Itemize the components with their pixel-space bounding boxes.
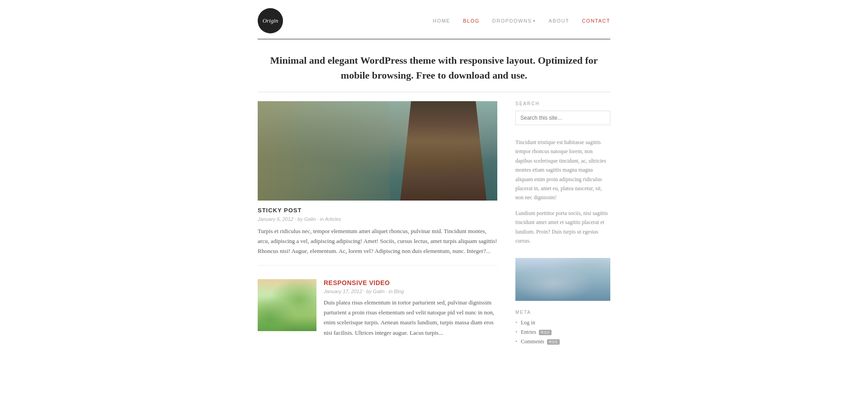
sidebar-meta-section: META Log in Entries RSS Comments RSS (515, 310, 610, 345)
post-sticky: STICKY POST January 6, 2012 · by Galin ·… (258, 207, 497, 266)
nav-item-dropdowns-label: DROPDOWNS (492, 18, 532, 23)
post-responsive-video: RESPONSIVE VIDEO January 17, 2012 · by G… (258, 279, 497, 337)
search-input[interactable] (515, 111, 610, 125)
post-meta-sticky: January 6, 2012 · by Galin · in Articles (258, 216, 497, 222)
rss-badge-comments: RSS (547, 339, 560, 345)
post-meta-responsive-video: January 17, 2012 · by Galin · in Blog (324, 289, 497, 294)
login-link[interactable]: Log in (521, 319, 535, 326)
sidebar: SEARCH Tincidunt tristique est habitasse… (515, 101, 610, 358)
posts-column: STICKY POST January 6, 2012 · by Galin ·… (258, 101, 497, 358)
post-title-responsive-video[interactable]: RESPONSIVE VIDEO (324, 279, 497, 286)
nav-item-blog[interactable]: BLOG (463, 18, 480, 23)
sidebar-text-1: Tincidunt tristique est habitasse sagitt… (515, 138, 610, 202)
chevron-down-icon: ▾ (533, 19, 536, 23)
entries-rss-link[interactable]: Entries RSS (521, 329, 552, 335)
meta-item-entries-rss: Entries RSS (515, 329, 610, 336)
post-content-right: RESPONSIVE VIDEO January 17, 2012 · by G… (324, 279, 497, 337)
featured-image (258, 101, 497, 201)
post-excerpt-sticky: Turpis et ridiculus nec, tempor elementu… (258, 226, 497, 256)
nav-item-home[interactable]: HOME (433, 18, 450, 23)
sidebar-image (515, 258, 610, 301)
header-divider (258, 39, 610, 39)
nav-item-dropdowns[interactable]: DROPDOWNS ▾ (492, 18, 536, 23)
figure-decoration (390, 101, 498, 201)
post-excerpt-responsive-video: Duis platea risus elementum in tortor pa… (324, 298, 497, 337)
nav-item-contact[interactable]: CONTACT (582, 18, 610, 23)
hero-section: Minimal and elegant WordPress theme with… (258, 53, 610, 83)
post-thumbnail (258, 279, 316, 331)
sidebar-text-2: Lundium porttitor porta sociis, nisi sag… (515, 209, 610, 246)
meta-item-comments-rss: Comments RSS (515, 338, 610, 345)
meta-item-login: Log in (515, 319, 610, 326)
reeds-decoration (258, 101, 390, 201)
rss-badge-entries: RSS (539, 330, 552, 335)
post-thumbnail-inner (258, 279, 316, 331)
hero-text: Minimal and elegant WordPress theme with… (258, 53, 610, 83)
meta-list: Log in Entries RSS Comments RSS (515, 319, 610, 345)
post-title-sticky[interactable]: STICKY POST (258, 207, 497, 214)
sidebar-search-label: SEARCH (515, 101, 610, 106)
sidebar-text-section: Tincidunt tristique est habitasse sagitt… (515, 138, 610, 245)
header: Origin HOME BLOG DROPDOWNS ▾ ABOUT CONTA… (258, 0, 610, 33)
sidebar-search-section: SEARCH (515, 101, 610, 125)
nav-item-about[interactable]: ABOUT (549, 18, 569, 23)
featured-image-inner (258, 101, 497, 201)
logo[interactable]: Origin (258, 8, 283, 33)
sidebar-meta-label: META (515, 310, 610, 315)
main-content: STICKY POST January 6, 2012 · by Galin ·… (258, 101, 610, 358)
comments-rss-link[interactable]: Comments RSS (521, 338, 560, 345)
content-divider (258, 92, 610, 92)
logo-text: Origin (263, 17, 278, 24)
navigation: HOME BLOG DROPDOWNS ▾ ABOUT CONTACT (433, 18, 610, 23)
sidebar-image-inner (515, 258, 610, 301)
